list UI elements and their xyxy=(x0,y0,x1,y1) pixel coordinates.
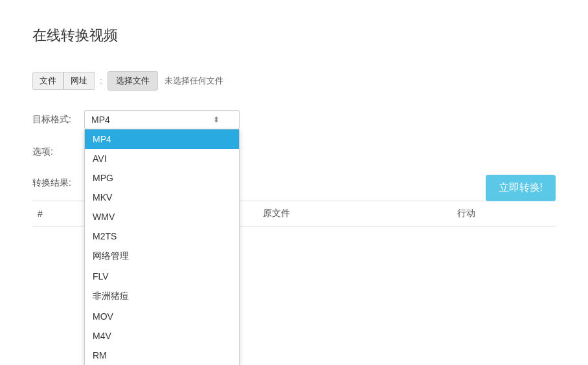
format-selected-value: MP4 xyxy=(91,115,110,125)
dropdown-item[interactable]: MKV xyxy=(85,188,239,207)
dropdown-item[interactable]: MOV xyxy=(85,307,239,326)
format-select-display[interactable]: MP4 ⬍ xyxy=(84,110,240,129)
format-select-wrapper[interactable]: MP4 ⬍ MP4AVIMPGMKVWMVM2TS网络管理FLV非洲猪痘MOVM… xyxy=(84,110,240,129)
dropdown-item[interactable]: MPG xyxy=(85,168,239,188)
dropdown-item[interactable]: AVI xyxy=(85,149,239,168)
col-source-file: 原文件 xyxy=(258,201,452,227)
format-row: 目标格式: MP4 ⬍ MP4AVIMPGMKVWMVM2TS网络管理FLV非洲… xyxy=(32,110,556,129)
format-label: 目标格式: xyxy=(32,110,84,126)
col-action: 行动 xyxy=(452,201,556,227)
dropdown-item[interactable]: M2TS xyxy=(85,227,239,246)
choose-file-button[interactable]: 选择文件 xyxy=(107,71,158,91)
col-number: # xyxy=(32,201,88,227)
dropdown-item[interactable]: FLV xyxy=(85,267,239,286)
convert-button[interactable]: 立即转换! xyxy=(486,175,556,201)
options-label: 选项: xyxy=(32,142,84,158)
file-tab-row: 文件 网址 : 选择文件 未选择任何文件 xyxy=(32,71,556,91)
results-label: 转换结果: xyxy=(32,177,71,189)
dropdown-item[interactable]: MP4 xyxy=(85,129,239,149)
tab-separator: : xyxy=(100,76,102,86)
dropdown-item[interactable]: M4V xyxy=(85,326,239,346)
tab-url[interactable]: 网址 xyxy=(63,72,95,90)
dropdown-item[interactable]: WMV xyxy=(85,207,239,227)
select-arrow-icon: ⬍ xyxy=(213,115,220,124)
dropdown-item[interactable]: 非洲猪痘 xyxy=(85,286,239,307)
dropdown-item[interactable]: 网络管理 xyxy=(85,246,239,267)
format-dropdown[interactable]: MP4AVIMPGMKVWMVM2TS网络管理FLV非洲猪痘MOVM4VRM视频… xyxy=(84,129,240,365)
tab-file[interactable]: 文件 xyxy=(32,72,63,90)
no-file-text: 未选择任何文件 xyxy=(164,75,223,87)
dropdown-item[interactable]: RM xyxy=(85,346,239,365)
page-title: 在线转换视频 xyxy=(32,26,556,45)
